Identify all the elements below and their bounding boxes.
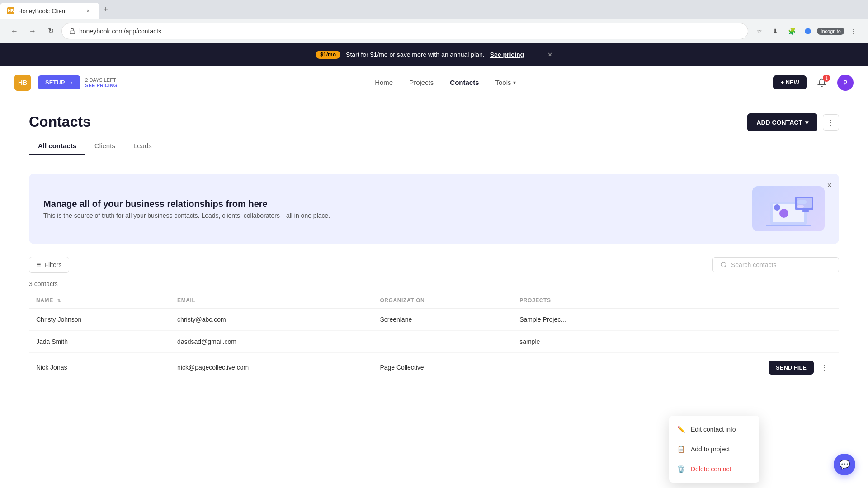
tools-dropdown-icon: ▾ (513, 80, 516, 86)
setup-button[interactable]: SETUP → (38, 75, 80, 89)
contact-row-actions: SEND FILE ⋮ (656, 353, 839, 382)
tab-close-btn[interactable]: × (84, 7, 92, 15)
lock-icon (69, 28, 75, 34)
browser-nav-right: ☆ ⬇ 🧩 Incognito ⋮ (752, 24, 861, 38)
days-left-text: 2 DAYS LEFT (85, 77, 117, 83)
new-tab-button[interactable]: + (99, 3, 112, 16)
tab-clients[interactable]: Clients (85, 137, 124, 155)
info-banner-illustration (752, 186, 825, 231)
contact-name[interactable]: Christy Johnson (29, 309, 170, 331)
google-btn[interactable] (801, 24, 815, 38)
new-button[interactable]: + NEW (773, 75, 807, 89)
page-title: Contacts (29, 113, 161, 130)
info-banner-close-btn[interactable]: × (827, 181, 832, 190)
back-button[interactable]: ← (7, 24, 22, 38)
info-banner: Manage all of your business relationship… (29, 174, 839, 244)
header-right: + NEW 1 P (773, 75, 854, 91)
delete-contact-label: Delete contact (691, 465, 731, 473)
svg-point-1 (805, 28, 811, 34)
contact-org: Screenlane (373, 309, 512, 331)
address-bar[interactable]: honeybook.com/app/contacts (61, 23, 748, 39)
col-organization: ORGANIZATION (373, 293, 512, 309)
svg-point-8 (779, 209, 788, 218)
svg-rect-11 (797, 205, 804, 208)
table-row: Nick Jonas nick@pagecollective.com Page … (29, 353, 839, 382)
promo-text: Start for $1/mo or save more with an ann… (346, 51, 485, 58)
svg-point-9 (774, 204, 780, 211)
add-contact-dropdown-icon: ▾ (805, 119, 808, 126)
menu-button[interactable]: ⋮ (846, 24, 861, 38)
search-icon (720, 261, 727, 268)
nav-contacts[interactable]: Contacts (450, 79, 479, 86)
contact-name[interactable]: Jada Smith (29, 331, 170, 353)
browser-tab[interactable]: HB HoneyBook: Client × (0, 3, 99, 19)
contact-name[interactable]: Nick Jonas (29, 353, 170, 382)
promo-badge: $1/mo (316, 51, 340, 59)
tabs-bar: All contacts Clients Leads (29, 137, 161, 155)
info-banner-text: Manage all of your business relationship… (43, 199, 330, 219)
see-pricing-small-link[interactable]: SEE PRICING (85, 83, 117, 88)
contact-email: nick@pagecollective.com (170, 353, 373, 382)
filter-icon: ≡ (37, 261, 41, 269)
nav-tools[interactable]: Tools (495, 79, 511, 86)
contact-row-actions (656, 309, 839, 331)
tab-all-contacts[interactable]: All contacts (29, 137, 85, 155)
svg-rect-4 (766, 225, 811, 226)
svg-rect-0 (70, 31, 75, 33)
contact-count: 3 contacts (29, 280, 839, 287)
edit-icon: ✏️ (676, 425, 685, 434)
list-controls: ≡ Filters Search contacts (29, 257, 839, 273)
add-contact-button[interactable]: ADD CONTACT ▾ (747, 113, 817, 131)
tab-title: HoneyBook: Client (18, 8, 67, 14)
contact-row-actions (656, 331, 839, 353)
svg-rect-10 (797, 200, 807, 204)
setup-label: SETUP (45, 79, 65, 86)
info-banner-heading: Manage all of your business relationship… (43, 199, 330, 209)
url-text: honeybook.com/app/contacts (79, 28, 161, 35)
add-to-project-label: Add to project (691, 446, 730, 453)
context-menu: ✏️ Edit contact info 📋 Add to project 🗑️… (669, 416, 760, 483)
reload-button[interactable]: ↻ (43, 24, 58, 38)
contact-email: christy@abc.com (170, 309, 373, 331)
notification-button[interactable]: 1 (814, 75, 830, 91)
page-header: Contacts All contacts Clients Leads ADD … (29, 113, 839, 166)
incognito-badge: Incognito (817, 28, 844, 35)
svg-point-12 (721, 262, 726, 267)
edit-contact-label: Edit contact info (691, 426, 736, 433)
search-placeholder: Search contacts (731, 261, 776, 268)
more-actions-button[interactable]: ⋮ (823, 114, 839, 131)
hb-logo[interactable]: HB (14, 75, 31, 91)
user-avatar[interactable]: P (837, 75, 854, 91)
row-more-button[interactable]: ⋮ (817, 360, 832, 375)
filter-button[interactable]: ≡ Filters (29, 257, 69, 273)
download-button[interactable]: ⬇ (768, 24, 783, 38)
col-name[interactable]: NAME ⇅ (29, 293, 170, 309)
chat-button[interactable]: 💬 (834, 454, 855, 475)
contacts-table: NAME ⇅ EMAIL ORGANIZATION PROJECTS Chris… (29, 293, 839, 382)
nav-projects[interactable]: Projects (409, 79, 434, 86)
days-left-info: 2 DAYS LEFT SEE PRICING (85, 77, 117, 88)
add-to-project-item[interactable]: 📋 Add to project (669, 439, 760, 459)
tab-favicon: HB (7, 7, 14, 14)
see-pricing-link[interactable]: See pricing (490, 51, 524, 58)
col-projects: PROJECTS (512, 293, 656, 309)
illustration-svg (757, 188, 820, 229)
bookmark-button[interactable]: ☆ (752, 24, 766, 38)
edit-contact-info-item[interactable]: ✏️ Edit contact info (669, 419, 760, 439)
search-contacts-input[interactable]: Search contacts (712, 257, 839, 272)
add-contact-label: ADD CONTACT (756, 119, 802, 126)
notification-badge: 1 (823, 75, 830, 82)
project-icon: 📋 (676, 445, 685, 454)
delete-contact-item[interactable]: 🗑️ Delete contact (669, 459, 760, 479)
page-content: Contacts All contacts Clients Leads ADD … (0, 99, 868, 397)
contact-projects (512, 353, 656, 382)
tab-leads[interactable]: Leads (124, 137, 161, 155)
send-file-button[interactable]: SEND FILE (769, 361, 814, 375)
promo-close-btn[interactable]: × (547, 50, 552, 60)
extension-button[interactable]: 🧩 (784, 24, 799, 38)
app-header: HB SETUP → 2 DAYS LEFT SEE PRICING Home … (0, 66, 868, 99)
contact-projects: Sample Projec... (512, 309, 656, 331)
page-title-section: Contacts All contacts Clients Leads (29, 113, 161, 166)
forward-button[interactable]: → (25, 24, 40, 38)
nav-home[interactable]: Home (375, 79, 393, 86)
